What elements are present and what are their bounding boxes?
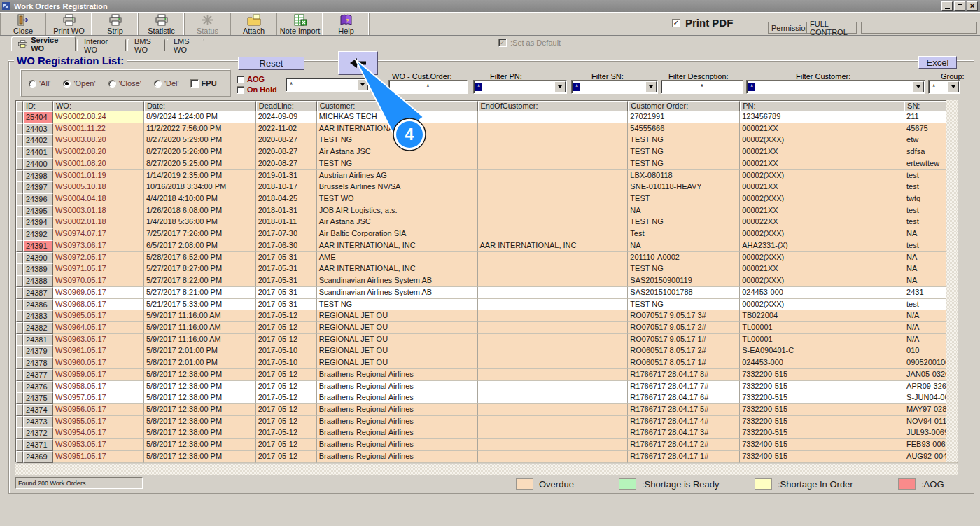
- col-header-pn[interactable]: PN:: [740, 101, 904, 111]
- fpu-checkbox[interactable]: FPU: [190, 79, 217, 88]
- filter-customer-combobox[interactable]: *: [746, 80, 925, 94]
- radio-all[interactable]: 'All': [29, 79, 50, 88]
- table-row[interactable]: 24376WS0958.05.175/8/2017 12:38:00 PM201…: [16, 381, 958, 393]
- table-row[interactable]: 24389WS0971.05.175/27/2017 8:27:00 PM201…: [16, 263, 958, 275]
- col-header-cust_order[interactable]: Customer Order:: [628, 101, 740, 111]
- cell-date: 5/28/2017 6:52:00 PM: [144, 252, 256, 264]
- chevron-down-icon[interactable]: [357, 79, 368, 90]
- chevron-down-icon[interactable]: [645, 81, 657, 92]
- print-wo-button[interactable]: Print WO: [46, 13, 92, 35]
- chevron-down-icon[interactable]: [554, 81, 566, 92]
- col-header-id[interactable]: ID:: [23, 101, 53, 111]
- col-header-deadline[interactable]: DeadLine:: [256, 101, 317, 111]
- print-pdf-label: Print PDF: [685, 17, 733, 29]
- table-row[interactable]: 24401WS0002.08.208/27/2020 5:26:00 PM202…: [16, 146, 958, 158]
- strip-button[interactable]: Strip: [92, 13, 139, 35]
- table-row[interactable]: 24396WS0004.04.184/4/2018 4:10:00 PM2018…: [16, 193, 958, 205]
- table-row[interactable]: 24378WS0960.05.175/8/2017 2:01:00 PM2017…: [16, 357, 958, 369]
- tab-bms-wo[interactable]: BMS WO: [127, 39, 165, 51]
- h-scrollbar[interactable]: [15, 464, 958, 475]
- chevron-down-icon[interactable]: [948, 81, 959, 92]
- close-window-button[interactable]: ×: [967, 1, 978, 11]
- statistic-button[interactable]: Statistic: [139, 13, 185, 35]
- table-row[interactable]: 24397WS0005.10.1810/16/2018 3:34:00 PM20…: [16, 181, 958, 193]
- spreadsheet-icon: [293, 14, 307, 26]
- fpu-checkbox-box[interactable]: [190, 79, 199, 88]
- table-row[interactable]: 24402WS0003.08.208/27/2020 5:29:00 PM202…: [16, 134, 958, 146]
- col-header-end_customer[interactable]: EndOfCustomer:: [478, 101, 629, 111]
- table-row[interactable]: 24398WS0001.01.191/14/2019 2:35:00 PM201…: [16, 170, 958, 182]
- table-row[interactable]: 24386WS0968.05.175/21/2017 5:33:00 PM201…: [16, 299, 958, 311]
- chevron-down-icon[interactable]: [913, 81, 924, 92]
- table-row[interactable]: 24390WS0972.05.175/28/2017 6:52:00 PM201…: [16, 252, 958, 264]
- tab-service-wo[interactable]: Service WO: [11, 36, 76, 51]
- cell-end_customer: [478, 451, 629, 463]
- filter-description-input[interactable]: [661, 80, 743, 94]
- cell-end_customer: [478, 392, 629, 404]
- col-header-wo[interactable]: WO:: [53, 101, 144, 111]
- quick-filter-combobox[interactable]: *: [286, 78, 370, 92]
- radio-close[interactable]: 'Close': [108, 79, 141, 88]
- table-row[interactable]: 24377WS0959.05.175/8/2017 12:38:00 PM201…: [16, 369, 958, 381]
- table-row[interactable]: 24403WS0001.11.2211/2/2022 7:56:00 PM202…: [16, 123, 958, 135]
- table-row[interactable]: 24379WS0961.05.175/8/2017 2:01:00 PM2017…: [16, 345, 958, 357]
- table-row[interactable]: 24369WS0951.05.175/8/2017 12:38:00 PM201…: [16, 451, 958, 463]
- attach-button[interactable]: Attach: [231, 13, 277, 35]
- v-scrollbar[interactable]: [946, 100, 958, 462]
- restore-button[interactable]: [954, 1, 965, 11]
- cell-deadline: 2017-05-12: [256, 381, 317, 393]
- cell-customer: Braathens Regional Airlines: [317, 451, 478, 463]
- tab-interior-wo[interactable]: Interior WO: [77, 39, 126, 51]
- radio-del-circle[interactable]: [154, 80, 162, 88]
- table-row[interactable]: 24375WS0957.05.175/8/2017 12:38:00 PM201…: [16, 392, 958, 404]
- table-row[interactable]: 24381WS0963.05.175/9/2017 11:16:00 AM201…: [16, 334, 958, 346]
- on-hold-checkbox-box[interactable]: [237, 86, 244, 94]
- radio-close-circle[interactable]: [108, 80, 116, 88]
- table-row[interactable]: 25404WS0002.08.248/9/2024 1:24:00 PM2024…: [16, 111, 958, 123]
- radio-open-circle[interactable]: [63, 80, 71, 88]
- reset-button[interactable]: Reset: [238, 57, 304, 70]
- cell-gutter: [16, 146, 23, 158]
- help-button[interactable]: ? Help: [323, 13, 370, 35]
- tab-lms-wo[interactable]: LMS WO: [167, 39, 204, 51]
- table-row[interactable]: 24374WS0956.05.175/8/2017 12:38:00 PM201…: [16, 404, 958, 416]
- table-row[interactable]: 24387WS0969.05.175/27/2017 8:21:00 PM201…: [16, 287, 958, 299]
- aog-checkbox-box[interactable]: [237, 76, 244, 83]
- radio-del[interactable]: 'Del': [154, 79, 179, 88]
- table-row[interactable]: 24373WS0955.05.175/8/2017 12:38:00 PM201…: [16, 416, 958, 428]
- table-row[interactable]: 24400WS0001.08.208/27/2020 5:25:00 PM202…: [16, 158, 958, 170]
- minimize-button[interactable]: [941, 1, 953, 11]
- col-header-date[interactable]: Date:: [144, 101, 256, 111]
- note-import-button[interactable]: Note Import: [277, 13, 323, 35]
- table-row[interactable]: 24383WS0965.05.175/9/2017 11:16:00 AM201…: [16, 310, 958, 322]
- table-row[interactable]: 24371WS0953.05.175/8/2017 12:38:00 PM201…: [16, 439, 958, 451]
- filter-sn-combobox[interactable]: *: [571, 80, 658, 94]
- close-button[interactable]: Close: [0, 13, 46, 35]
- table-row[interactable]: 24372WS0954.05.175/8/2017 12:38:00 PM201…: [16, 427, 958, 439]
- cell-date: 5/21/2017 5:33:00 PM: [144, 299, 256, 311]
- aog-checkbox[interactable]: AOG: [237, 75, 265, 83]
- table-row[interactable]: 24394WS0002.01.181/4/2018 5:36:00 PM2018…: [16, 216, 958, 228]
- radio-open[interactable]: 'Open': [63, 79, 95, 88]
- radio-all-circle[interactable]: [29, 80, 36, 88]
- table-row[interactable]: 24392WS0974.07.177/25/2017 7:26:00 PM201…: [16, 228, 958, 240]
- print-pdf-checkbox[interactable]: ✓ Print PDF: [672, 17, 733, 29]
- table-row[interactable]: 24388WS0970.05.175/27/2017 8:22:00 PM201…: [16, 275, 958, 287]
- cell-date: 6/5/2017 2:08:00 PM: [144, 240, 256, 252]
- excel-button[interactable]: Excel: [918, 56, 957, 69]
- table-row[interactable]: 24391WS0973.06.176/5/2017 2:08:00 PM2017…: [16, 240, 958, 252]
- col-header-gutter[interactable]: [16, 101, 23, 111]
- filter-pn-combobox[interactable]: *: [473, 80, 567, 94]
- col-header-customer[interactable]: Customer:: [317, 101, 478, 111]
- table-row[interactable]: 24382WS0964.05.175/9/2017 11:16:00 AM201…: [16, 322, 958, 334]
- table-row[interactable]: 24395WS0003.01.181/26/2018 6:08:00 PM201…: [16, 205, 958, 217]
- on-hold-checkbox[interactable]: On Hold: [237, 85, 277, 94]
- cell-id: 24402: [23, 134, 53, 146]
- book-icon: ?: [340, 14, 353, 26]
- cell-end_customer: [478, 228, 629, 240]
- wo-cust-order-input[interactable]: [388, 80, 468, 94]
- print-pdf-checkbox-box[interactable]: ✓: [672, 19, 680, 27]
- back-arrow-button[interactable]: [338, 51, 378, 75]
- cell-pn: 000022XX: [740, 216, 904, 228]
- group-combobox[interactable]: *: [928, 80, 960, 94]
